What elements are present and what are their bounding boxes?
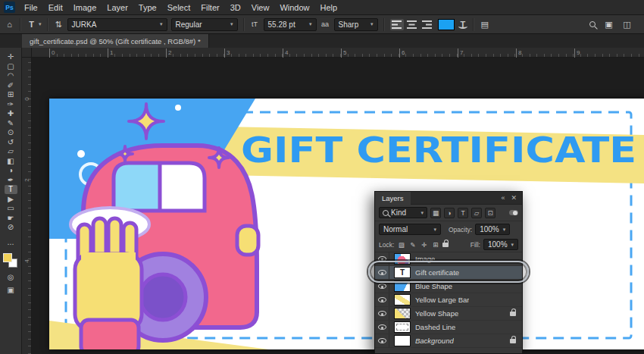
tool-preset-picker[interactable]: T ▾ (27, 20, 42, 29)
type-tool[interactable]: T (5, 185, 17, 194)
workspace-switcher-icon[interactable]: ▣ (604, 20, 614, 30)
lock-artboard-icon[interactable]: ⊞ (431, 241, 439, 249)
zoom-tool[interactable]: ⊘ (5, 223, 17, 232)
filter-smart-object-icon[interactable]: ⊡ (485, 208, 496, 218)
blend-mode-select[interactable]: Normal ▾ (379, 224, 441, 235)
layer-thumbnail[interactable] (394, 280, 411, 292)
filter-toggle-switch[interactable] (509, 210, 518, 215)
screen-mode-icon[interactable]: ▣ (7, 286, 14, 294)
layer-row-blue-shape[interactable]: Blue Shape (375, 280, 522, 293)
pen-tool[interactable]: ✒ (5, 176, 17, 185)
hand-tool[interactable]: ☛ (5, 214, 17, 223)
layer-name[interactable]: Background (415, 337, 454, 345)
layer-name[interactable]: Image (415, 255, 435, 263)
visibility-toggle[interactable] (375, 334, 389, 347)
clone-stamp-tool[interactable]: ⊙ (5, 128, 17, 137)
lock-position-icon[interactable]: ✛ (420, 241, 428, 249)
font-size-select[interactable]: 55.28 pt ▾ (264, 18, 317, 31)
font-style-select[interactable]: Regular ▾ (171, 18, 238, 31)
layer-thumbnail[interactable] (394, 308, 411, 319)
history-brush-tool[interactable]: ↺ (5, 138, 17, 147)
menu-item-type[interactable]: Type (133, 0, 162, 15)
layer-row-background[interactable]: Background (375, 334, 522, 348)
eraser-tool[interactable]: ▱ (5, 147, 17, 156)
visibility-toggle[interactable] (375, 293, 389, 306)
artboard[interactable]: GIFT CERTIFICATE (49, 99, 644, 349)
layer-name[interactable]: Blue Shape (415, 282, 452, 290)
arrange-panels-icon[interactable]: ◫ (622, 20, 632, 30)
align-right-button[interactable] (420, 19, 434, 30)
layer-row-yellow-large-bar[interactable]: Yellow Large Bar (375, 293, 522, 307)
menu-item-image[interactable]: Image (68, 0, 102, 15)
lock-pixels-icon[interactable]: ✎ (408, 241, 417, 249)
layer-row-yellow-shape[interactable]: Yellow Shape (375, 307, 522, 321)
layer-name[interactable]: Dashed Line (415, 323, 455, 331)
layer-row-dashed-line[interactable]: Dashed Line (375, 321, 522, 334)
brush-tool[interactable]: ✎ (5, 119, 17, 128)
visibility-toggle[interactable] (375, 307, 389, 320)
menu-item-window[interactable]: Window (274, 0, 314, 15)
quick-selection-tool[interactable]: ✐ (5, 81, 17, 90)
filter-kind-select[interactable]: Kind ▾ (379, 207, 427, 218)
quick-mask-icon[interactable]: ◎ (8, 273, 14, 281)
home-icon[interactable]: ⌂ (5, 20, 14, 29)
menu-item-3d[interactable]: 3D (225, 0, 246, 15)
layer-name[interactable]: Yellow Shape (415, 309, 458, 318)
layer-thumbnail[interactable] (394, 253, 411, 265)
foreground-color-swatch[interactable] (3, 253, 12, 262)
gradient-tool[interactable]: ◧ (5, 157, 17, 166)
filter-shape-icon[interactable]: ▱ (471, 208, 482, 218)
menu-item-layer[interactable]: Layer (102, 0, 133, 15)
visibility-toggle[interactable] (375, 252, 389, 265)
layer-thumbnail[interactable] (394, 321, 411, 333)
layer-name[interactable]: Gift certificate (415, 268, 459, 277)
layer-thumbnail[interactable]: T (394, 267, 411, 278)
eyedropper-tool[interactable]: ✑ (5, 100, 17, 109)
healing-brush-tool[interactable]: ✚ (5, 109, 17, 118)
search-icon[interactable] (589, 21, 596, 27)
filter-pixel-icon[interactable]: ▦ (430, 208, 441, 218)
blur-tool[interactable]: ◑ (5, 166, 17, 175)
layer-name[interactable]: Yellow Large Bar (415, 296, 469, 304)
menu-item-select[interactable]: Select (162, 0, 196, 15)
document-tab[interactable]: gift_certificate.psd @ 50% (Gift certifi… (22, 34, 209, 48)
filter-type-icon[interactable]: T (458, 208, 468, 218)
menu-item-edit[interactable]: Edit (43, 0, 68, 15)
layer-thumbnail[interactable] (394, 335, 411, 346)
move-tool[interactable]: ✛ (5, 52, 17, 61)
visibility-toggle[interactable] (375, 280, 389, 293)
path-selection-tool[interactable]: ▶ (5, 195, 17, 204)
edit-toolbar-icon[interactable]: ⋯ (8, 240, 14, 248)
layers-tab[interactable]: Layers (375, 192, 411, 205)
filter-adjustment-icon[interactable]: ◑ (444, 208, 455, 218)
panel-close-icon[interactable]: ✕ (511, 194, 517, 202)
font-family-select[interactable]: JURKA ▾ (67, 18, 167, 31)
opacity-select[interactable]: 100% ▾ (475, 224, 510, 235)
layer-thumbnail[interactable] (394, 294, 411, 305)
visibility-toggle[interactable] (375, 266, 389, 279)
text-orientation-icon[interactable]: ⇅ (54, 20, 64, 30)
rectangle-tool[interactable]: ▭ (5, 204, 17, 213)
align-center-button[interactable] (405, 19, 419, 30)
layer-row-image[interactable]: Image (375, 252, 522, 266)
menu-item-filter[interactable]: Filter (195, 0, 224, 15)
lasso-tool[interactable]: ◠ (5, 71, 17, 80)
layer-row-gift-certificate[interactable]: T Gift certificate (375, 266, 522, 280)
horizontal-ruler[interactable]: 0 1 2 3 4 5 6 7 8 9 (22, 48, 644, 58)
text-color-swatch[interactable] (438, 19, 455, 30)
align-left-button[interactable] (390, 19, 404, 30)
menu-item-file[interactable]: File (19, 0, 43, 15)
warp-text-icon[interactable]: T (458, 20, 468, 29)
vertical-ruler[interactable]: 0 2 4 (22, 58, 32, 354)
menu-item-help[interactable]: Help (315, 0, 343, 15)
lock-transparency-icon[interactable]: ▨ (397, 241, 405, 249)
rectangular-marquee-tool[interactable]: ▢ (5, 62, 17, 71)
crop-tool[interactable]: ⊞ (5, 90, 17, 99)
fill-select[interactable]: 100% ▾ (483, 239, 518, 250)
panel-collapse-icon[interactable]: « (501, 194, 505, 202)
panels-toggle-icon[interactable]: ▤ (480, 20, 489, 30)
lock-all-icon[interactable] (442, 243, 449, 247)
visibility-toggle[interactable] (375, 321, 389, 334)
anti-alias-select[interactable]: Sharp ▾ (334, 18, 378, 31)
menu-item-view[interactable]: View (246, 0, 275, 15)
